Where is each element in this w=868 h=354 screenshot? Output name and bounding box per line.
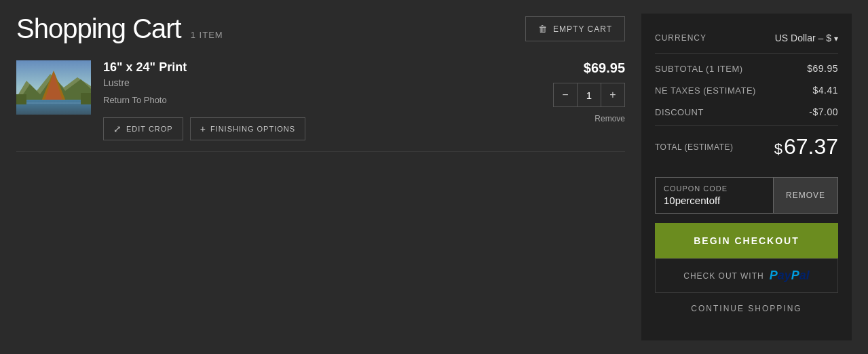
product-image-svg	[16, 60, 91, 115]
discount-label: DISCOUNT	[655, 107, 704, 117]
svg-rect-9	[16, 60, 91, 115]
begin-checkout-button[interactable]: BEGIN CHECKOUT	[655, 223, 838, 258]
taxes-label: NE TAXES (ESTIMATE)	[655, 85, 756, 96]
crop-icon	[113, 123, 122, 134]
total-label: TOTAL (ESTIMATE)	[655, 142, 734, 152]
discount-value: -$7.00	[809, 106, 838, 117]
edit-crop-label: EDIT CROP	[126, 125, 173, 133]
coupon-code-label: COUPON CODE	[664, 184, 765, 193]
discount-row: DISCOUNT -$7.00	[655, 101, 838, 123]
empty-cart-label: EMPTY CART	[553, 24, 612, 34]
quantity-control: − +	[553, 83, 625, 107]
title-group: Shopping Cart 1 ITEM	[16, 14, 223, 44]
total-amount: $ 67.37	[774, 134, 838, 159]
plus-icon	[200, 123, 206, 134]
paypal-logo: PayPal	[770, 269, 810, 283]
currency-value: US Dollar – $	[775, 33, 831, 43]
cart-header: Shopping Cart 1 ITEM EMPTY CART	[16, 14, 625, 44]
total-dollar-sign: $	[774, 140, 782, 158]
chevron-down-icon	[834, 33, 838, 43]
page-title: Shopping Cart	[16, 14, 181, 44]
subtotal-value: $69.95	[807, 63, 838, 74]
quantity-input[interactable]	[577, 83, 601, 106]
coupon-info: COUPON CODE 10percentoff	[656, 178, 773, 213]
item-details: 16" x 24" Print Lustre Return To Photo E…	[103, 60, 541, 140]
taxes-value: $4.41	[812, 85, 838, 96]
coupon-remove-button[interactable]: REMOVE	[773, 178, 837, 213]
item-actions: EDIT CROP FINISHING OPTIONS	[103, 117, 541, 140]
currency-row: CURRENCY US Dollar – $	[655, 27, 838, 54]
edit-crop-button[interactable]: EDIT CROP	[103, 117, 183, 140]
order-summary-panel: CURRENCY US Dollar – $ SUBTOTAL (1 ITEM)…	[641, 14, 852, 340]
subtotal-row: SUBTOTAL (1 ITEM) $69.95	[655, 58, 838, 79]
coupon-code-value: 10percentoff	[664, 195, 765, 206]
paypal-prefix-text: CHECK OUT WITH	[683, 271, 763, 281]
total-value: 67.37	[784, 134, 838, 159]
item-price-qty: $69.95 − + Remove	[553, 60, 625, 123]
item-name: 16" x 24" Print	[103, 60, 541, 75]
product-image	[16, 60, 91, 115]
currency-select[interactable]: US Dollar – $	[775, 33, 838, 43]
paypal-checkout-section[interactable]: CHECK OUT WITH PayPal	[655, 258, 838, 293]
continue-shopping-button[interactable]: CONTINUE SHOPPING	[655, 293, 838, 324]
return-to-photo-link[interactable]: Return To Photo	[103, 95, 541, 105]
increase-qty-button[interactable]: +	[601, 83, 624, 106]
taxes-row: NE TAXES (ESTIMATE) $4.41	[655, 79, 838, 101]
decrease-qty-button[interactable]: −	[554, 83, 577, 106]
coupon-section: COUPON CODE 10percentoff REMOVE	[655, 177, 838, 214]
item-price: $69.95	[584, 60, 625, 76]
cart-item: 16" x 24" Print Lustre Return To Photo E…	[16, 60, 625, 152]
currency-label: CURRENCY	[655, 33, 706, 43]
empty-cart-button[interactable]: EMPTY CART	[525, 16, 625, 41]
item-count-badge: 1 ITEM	[191, 30, 223, 40]
finishing-options-label: FINISHING OPTIONS	[210, 125, 295, 133]
item-finish: Lustre	[103, 77, 541, 88]
trash-icon	[538, 24, 548, 34]
remove-item-button[interactable]: Remove	[595, 114, 625, 123]
finishing-options-button[interactable]: FINISHING OPTIONS	[190, 117, 305, 140]
subtotal-label: SUBTOTAL (1 ITEM)	[655, 64, 743, 74]
total-row: TOTAL (ESTIMATE) $ 67.37	[655, 125, 838, 168]
